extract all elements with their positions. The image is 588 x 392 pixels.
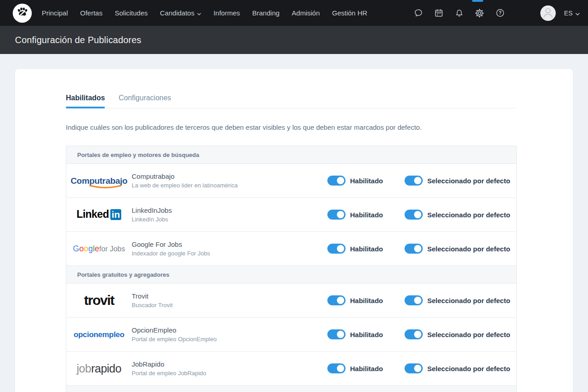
help-icon[interactable]: ?: [495, 8, 505, 18]
publisher-name: Computrabajo: [132, 172, 327, 180]
enabled-cell: Habilitado: [327, 363, 405, 373]
chevron-down-icon: [197, 9, 201, 17]
habilitado-toggle-label: Habilitado: [350, 211, 383, 219]
seleccionado-por-defecto-toggle[interactable]: [405, 210, 423, 220]
chevron-down-icon: [575, 10, 580, 17]
nav-item-label: Admisión: [292, 9, 320, 17]
computrabajo-swoosh: [89, 185, 122, 189]
publisher-description: Portal de empleo OpcionEmpleo: [132, 336, 327, 343]
enabled-cell: Habilitado: [327, 329, 405, 339]
toggle-knob: [337, 331, 344, 338]
bell-icon[interactable]: [454, 8, 464, 18]
publisher-name: Google For Jobs: [132, 240, 327, 248]
seleccionado-por-defecto-toggle[interactable]: [405, 244, 423, 254]
logo-text: job: [77, 363, 91, 374]
chat-icon[interactable]: [413, 8, 423, 18]
habilitado-toggle[interactable]: [327, 363, 346, 373]
google-logo: Google for Jobs: [73, 245, 125, 253]
seleccionado-por-defecto-toggle-label: Seleccionado por defecto: [427, 211, 510, 219]
linkedin-logo: Linkedin: [77, 209, 122, 220]
habilitado-toggle[interactable]: [327, 244, 346, 254]
opcionempleo-logo: opcionempleo: [74, 331, 124, 338]
person-icon: [540, 5, 556, 21]
nav-item-principal[interactable]: Principal: [42, 9, 68, 17]
logo-text: rapido: [91, 363, 122, 374]
navbar-right: ? ES: [403, 5, 580, 21]
section-header-portales-de-empleo-y-motores-de-busqueda: Portales de empleo y motores de búsqueda: [66, 146, 516, 164]
nav-item-gestion-hr[interactable]: Gestión HR: [332, 9, 367, 17]
nav-item-solicitudes[interactable]: Solicitudes: [115, 9, 148, 17]
enabled-cell: Habilitado: [327, 210, 405, 220]
seleccionado-por-defecto-toggle-group: Seleccionado por defecto: [405, 329, 516, 339]
gear-icon[interactable]: [474, 8, 484, 18]
publisher-name-cell: ComputrabajoLa web de empleo lider en la…: [132, 172, 327, 189]
seleccionado-por-defecto-toggle-label: Seleccionado por defecto: [427, 177, 510, 185]
publisher-logo-cell: Linkedin: [66, 209, 132, 220]
publisher-row-trovit: trovitTrovitBuscador TrovitHabilitadoSel…: [66, 284, 516, 318]
habilitado-toggle[interactable]: [327, 210, 346, 220]
publisher-description: La web de empleo lider en latinoamérica: [132, 182, 327, 189]
tab-habilitados[interactable]: Habilitados: [66, 94, 105, 108]
logo-text: Computrabajo: [70, 176, 127, 185]
logo-text: trovit: [84, 294, 114, 307]
trovit-logo: trovit: [84, 294, 114, 307]
nav-item-label: Branding: [252, 9, 280, 17]
publisher-logo-cell: Google for Jobs: [66, 245, 132, 253]
jobrapido-logo: jobrapido: [77, 363, 121, 374]
seleccionado-por-defecto-toggle-group: Seleccionado por defecto: [405, 176, 516, 186]
publisher-description: Buscador Trovit: [132, 302, 327, 309]
main-nav: PrincipalOfertasSolicitudesCandidatosInf…: [42, 9, 367, 17]
publisher-logo-cell: trovit: [66, 294, 132, 307]
paw-icon: [16, 6, 29, 20]
publisher-name-cell: JobRapidoPortal de empleo JobRapido: [132, 360, 327, 377]
toggle-knob: [414, 297, 421, 304]
habilitado-toggle-group: Habilitado: [327, 176, 405, 186]
habilitado-toggle[interactable]: [327, 329, 346, 339]
habilitado-toggle-label: Habilitado: [350, 331, 383, 338]
nav-item-label: Informes: [213, 9, 240, 17]
toggle-knob: [414, 365, 421, 372]
seleccionado-por-defecto-toggle[interactable]: [405, 329, 423, 339]
toggle-knob: [337, 245, 344, 252]
publisher-row-linkedinjobs: LinkedinLinkedInJobsLinkedIn JobsHabilit…: [66, 198, 516, 232]
language-label: ES: [564, 10, 573, 17]
publishers-card: HabilitadosConfiguraciones Indique cuále…: [15, 69, 573, 392]
seleccionado-por-defecto-toggle-group: Seleccionado por defecto: [405, 244, 516, 254]
logo-text: opcionempleo: [74, 331, 124, 338]
default-cell: Seleccionado por defecto: [405, 210, 516, 220]
publisher-row-opcionempleo: opcionempleoOpcionEmpleoPortal de empleo…: [66, 318, 516, 352]
enabled-cell: Habilitado: [327, 295, 405, 305]
habilitado-toggle-group: Habilitado: [327, 329, 405, 339]
logo-text: in: [110, 209, 122, 220]
next-section-header-partial: [66, 386, 516, 392]
page-header: Configuración de Publicadores: [0, 26, 588, 54]
publisher-name-cell: LinkedInJobsLinkedIn Jobs: [132, 206, 327, 223]
calendar-icon[interactable]: [434, 8, 444, 18]
nav-item-ofertas[interactable]: Ofertas: [80, 9, 103, 17]
app-logo[interactable]: [13, 4, 32, 23]
toggle-knob: [337, 177, 344, 184]
habilitado-toggle[interactable]: [327, 295, 346, 305]
toggle-knob: [414, 331, 421, 338]
toggle-knob: [414, 211, 421, 218]
computrabajo-logo: Computrabajo: [70, 176, 127, 185]
publisher-row-computrabajo: ComputrabajoComputrabajoLa web de empleo…: [66, 164, 516, 198]
seleccionado-por-defecto-toggle[interactable]: [405, 363, 423, 373]
nav-item-candidatos[interactable]: Candidatos: [160, 9, 201, 17]
language-selector[interactable]: ES: [564, 10, 580, 17]
seleccionado-por-defecto-toggle[interactable]: [405, 295, 423, 305]
publisher-name-cell: TrovitBuscador Trovit: [132, 292, 327, 309]
default-cell: Seleccionado por defecto: [405, 363, 516, 373]
habilitado-toggle[interactable]: [327, 176, 346, 186]
publisher-description: LinkedIn Jobs: [132, 216, 327, 223]
publisher-logo-cell: Computrabajo: [66, 176, 132, 185]
user-avatar[interactable]: [540, 5, 556, 21]
publisher-description: Indexador de google For Jobs: [132, 250, 327, 257]
tab-configuraciones[interactable]: Configuraciones: [119, 94, 171, 108]
seleccionado-por-defecto-toggle[interactable]: [405, 176, 423, 186]
nav-item-informes[interactable]: Informes: [213, 9, 240, 17]
habilitado-toggle-label: Habilitado: [350, 245, 383, 253]
page-description: Indique cuáles son los publicadores de t…: [66, 123, 517, 131]
nav-item-admision[interactable]: Admisión: [292, 9, 320, 17]
nav-item-branding[interactable]: Branding: [252, 9, 280, 17]
